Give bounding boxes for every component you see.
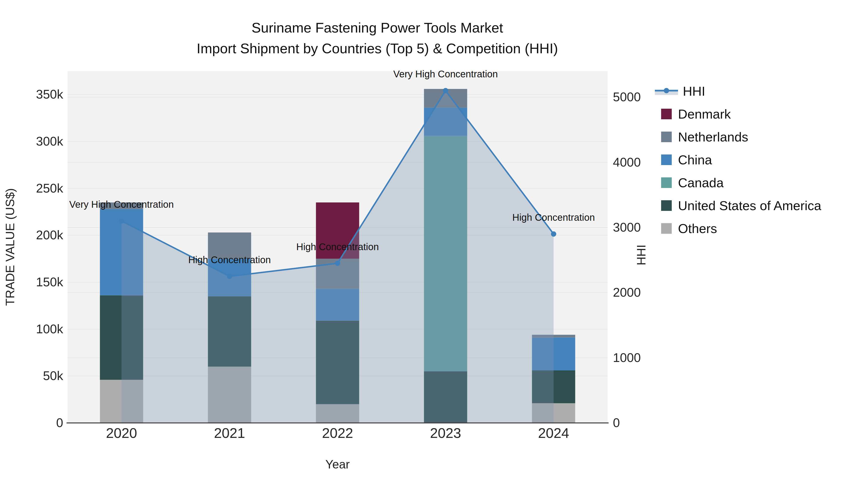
legend-item-hhi[interactable]: HHI (661, 79, 821, 102)
legend-swatch-icon (661, 155, 672, 165)
x-tick-label: 2022 (322, 427, 353, 439)
hhi-marker[interactable] (119, 218, 124, 224)
legend-item-united-states-of-america[interactable]: United States of America (661, 194, 821, 217)
legend: HHIDenmarkNetherlandsChinaCanadaUnited S… (661, 79, 821, 240)
annotation-2024: High Concentration (513, 212, 595, 223)
hhi-marker[interactable] (227, 274, 232, 279)
legend-item-others[interactable]: Others (661, 217, 821, 240)
legend-label: HHI (683, 84, 705, 99)
y-right-tick-label: 4000 (613, 156, 641, 168)
hhi-marker[interactable] (443, 88, 448, 93)
legend-label: Others (678, 221, 717, 236)
legend-swatch-icon (661, 200, 672, 211)
hhi-marker[interactable] (551, 231, 556, 237)
x-tick-label: 2024 (538, 427, 569, 439)
legend-swatch-icon (661, 223, 672, 234)
y-left-tick-label: 0 (15, 416, 63, 429)
hhi-line-swatch-icon (655, 84, 678, 98)
legend-swatch-icon (661, 132, 672, 142)
legend-item-denmark[interactable]: Denmark (661, 102, 821, 125)
x-axis-title: Year (325, 457, 350, 471)
hhi-marker[interactable] (335, 261, 340, 266)
legend-item-netherlands[interactable]: Netherlands (661, 125, 821, 148)
legend-label: Canada (678, 175, 723, 190)
legend-label: Denmark (678, 106, 731, 122)
legend-swatch-icon (661, 109, 672, 119)
y-right-tick-label: 2000 (613, 286, 641, 299)
y-left-tick-label: 200k (15, 229, 63, 241)
y-left-tick-label: 50k (15, 369, 63, 382)
y-left-tick-label: 250k (15, 182, 63, 194)
y-left-tick-label: 300k (15, 135, 63, 148)
annotation-2021: High Concentration (188, 254, 271, 265)
x-tick-label: 2021 (214, 427, 245, 439)
legend-item-china[interactable]: China (661, 148, 821, 171)
y-right-tick-label: 0 (613, 416, 620, 429)
legend-item-canada[interactable]: Canada (661, 171, 821, 194)
y-left-axis-title: TRADE VALUE (US$) (3, 188, 17, 306)
legend-label: United States of America (678, 198, 821, 213)
legend-label: China (678, 152, 712, 167)
x-tick-label: 2020 (106, 427, 137, 439)
y-right-axis-title: HHI (634, 245, 648, 265)
y-right-tick-label: 5000 (613, 91, 641, 103)
y-right-tick-label: 1000 (613, 351, 641, 364)
x-tick-label: 2023 (430, 427, 461, 439)
annotation-2023: Very High Concentration (393, 68, 498, 79)
figure: Suriname Fastening Power Tools Market Im… (0, 0, 868, 488)
legend-swatch-icon (661, 177, 672, 188)
legend-label: Netherlands (678, 129, 748, 144)
annotation-2022: High Concentration (296, 241, 379, 252)
y-left-tick-label: 100k (15, 323, 63, 335)
annotation-2020: Very High Concentration (69, 199, 174, 210)
y-left-tick-label: 150k (15, 276, 63, 288)
y-left-tick-label: 350k (15, 88, 63, 100)
y-right-tick-label: 3000 (613, 221, 641, 233)
